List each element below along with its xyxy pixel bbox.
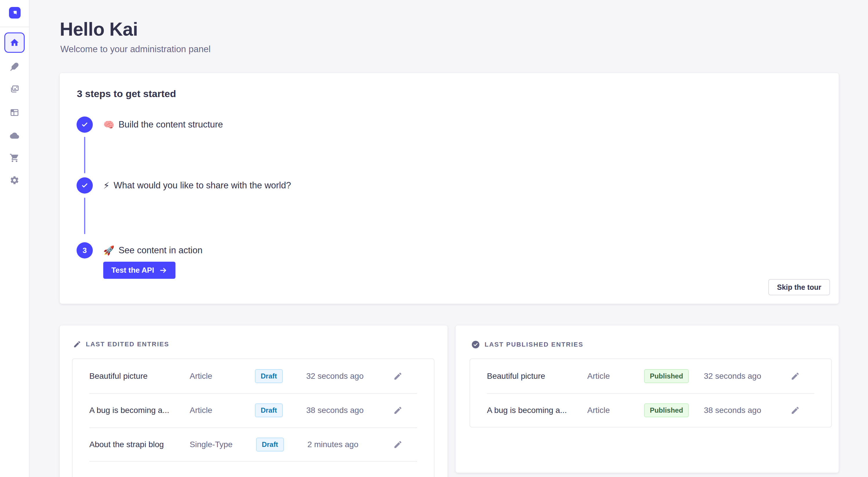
last-published-card: LAST PUBLISHED ENTRIES Beautiful picture… <box>456 326 839 473</box>
edit-entry-button[interactable] <box>393 439 403 450</box>
pencil-icon <box>393 440 403 449</box>
edit-entry-button[interactable] <box>393 371 403 381</box>
step-connector <box>84 137 85 173</box>
step-2-done-bullet <box>76 177 93 194</box>
entry-title: A bug is becoming a... <box>487 406 587 415</box>
layout-icon <box>9 107 20 117</box>
home-icon <box>9 38 20 47</box>
arrow-right-icon <box>159 266 167 274</box>
table-row: Beautiful picture Article Draft 32 secon… <box>72 359 434 393</box>
entry-status-badge: Draft <box>255 403 283 417</box>
entry-title: Beautiful picture <box>89 372 190 381</box>
entry-title: Beautiful picture <box>487 372 587 381</box>
sidebar-item-cloud[interactable] <box>4 126 25 146</box>
sidebar-item-content-type-builder[interactable] <box>4 102 25 123</box>
last-edited-card: LAST EDITED ENTRIES Beautiful picture Ar… <box>60 326 447 477</box>
sidebar-item-media-library[interactable] <box>4 79 25 99</box>
onboarding-card: 3 steps to get started 🧠 Build the conte… <box>60 73 839 304</box>
brain-emoji-icon: 🧠 <box>103 120 115 130</box>
entry-time: 38 seconds ago <box>306 406 393 415</box>
onboarding-step-3: 3 🚀 See content in action <box>76 242 203 259</box>
skip-tour-button[interactable]: Skip the tour <box>768 279 830 295</box>
last-published-table: Beautiful picture Article Published 32 s… <box>469 359 832 428</box>
entry-type: Single-Type <box>190 440 232 449</box>
gear-icon <box>9 175 20 185</box>
onboarding-title: 3 steps to get started <box>77 88 176 99</box>
step-1-done-bullet <box>76 116 93 133</box>
last-edited-header: LAST EDITED ENTRIES <box>73 340 169 348</box>
entry-type: Article <box>587 406 629 415</box>
last-published-title: LAST PUBLISHED ENTRIES <box>485 341 584 348</box>
entry-time: 38 seconds ago <box>704 406 790 415</box>
entry-type: Article <box>190 372 231 381</box>
edit-entry-button[interactable] <box>790 405 800 415</box>
strapi-logo[interactable] <box>9 7 21 19</box>
sidebar-item-content-manager[interactable] <box>4 57 25 77</box>
test-api-button[interactable]: Test the API <box>103 262 176 279</box>
onboarding-step-1: 🧠 Build the content structure <box>76 116 223 133</box>
edit-entry-button[interactable] <box>790 371 800 381</box>
lightning-emoji-icon: ⚡ <box>103 180 110 191</box>
strapi-admin-panel: Hello Kai Welcome to your administration… <box>0 0 868 477</box>
media-library-icon <box>9 84 20 94</box>
cart-icon <box>9 153 20 163</box>
onboarding-step-2: ⚡ What would you like to share with the … <box>76 177 291 194</box>
feather-icon <box>9 62 20 72</box>
entry-type: Article <box>587 372 629 381</box>
entry-title: A bug is becoming a... <box>89 406 190 415</box>
sidebar-item-marketplace[interactable] <box>4 148 25 168</box>
rocket-emoji-icon: 🚀 <box>103 245 115 256</box>
check-icon <box>81 121 89 128</box>
sidebar-item-home[interactable] <box>4 32 25 53</box>
step-connector <box>84 198 85 234</box>
entry-time: 2 minutes ago <box>307 440 393 449</box>
table-row: About the strapi blog Single-Type Draft … <box>72 428 434 462</box>
pencil-icon <box>73 340 81 348</box>
page-subtitle: Welcome to your administration panel <box>60 44 211 55</box>
table-row: A bug is becoming a... Article Draft 38 … <box>72 393 434 428</box>
step-3-label[interactable]: 🚀 See content in action <box>103 245 203 256</box>
page-header: Hello Kai Welcome to your administration… <box>60 19 211 55</box>
last-edited-title: LAST EDITED ENTRIES <box>86 341 169 348</box>
last-published-header: LAST PUBLISHED ENTRIES <box>471 340 584 349</box>
entry-type: Article <box>190 406 231 415</box>
page-title: Hello Kai <box>60 19 211 40</box>
entry-time: 32 seconds ago <box>306 372 393 381</box>
entry-title: About the strapi blog <box>89 440 190 449</box>
sidebar-divider <box>0 27 29 27</box>
cloud-icon <box>9 131 20 141</box>
pencil-icon <box>790 406 800 415</box>
entry-status-badge: Published <box>644 403 689 417</box>
strapi-logo-icon <box>11 9 19 16</box>
main-nav-sidebar <box>0 0 30 477</box>
edit-entry-button[interactable] <box>393 405 403 415</box>
table-row: A bug is becoming a... Article Published… <box>470 393 831 428</box>
pencil-icon <box>393 372 403 381</box>
pencil-icon <box>790 372 800 381</box>
step-3-number-bullet: 3 <box>76 242 93 259</box>
sidebar-item-settings[interactable] <box>4 170 25 191</box>
table-row: Beautiful picture Article Published 32 s… <box>470 359 831 393</box>
entry-status-badge: Published <box>644 369 689 383</box>
pencil-icon <box>393 406 403 415</box>
step-2-label[interactable]: ⚡ What would you like to share with the … <box>103 180 291 191</box>
entry-time: 32 seconds ago <box>704 372 790 381</box>
check-icon <box>81 182 89 189</box>
step-1-label[interactable]: 🧠 Build the content structure <box>103 120 223 130</box>
entry-status-badge: Draft <box>256 438 284 451</box>
check-circle-icon <box>471 340 480 349</box>
last-edited-table: Beautiful picture Article Draft 32 secon… <box>72 359 434 477</box>
entry-status-badge: Draft <box>255 369 283 383</box>
